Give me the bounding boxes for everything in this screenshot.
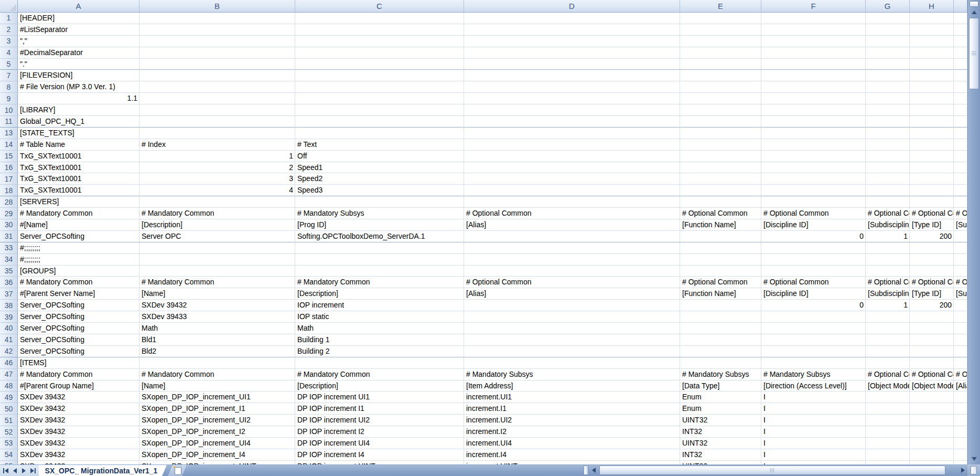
row-number[interactable]: 40 — [0, 323, 18, 334]
cell[interactable] — [866, 196, 910, 208]
cell[interactable]: [Name] — [139, 288, 295, 300]
cell[interactable] — [910, 449, 954, 461]
cell[interactable] — [761, 346, 866, 357]
cell[interactable]: increment.I2 — [464, 426, 680, 438]
cell[interactable] — [761, 151, 866, 162]
cell[interactable]: # Optional Common — [464, 208, 680, 219]
cell[interactable] — [910, 70, 954, 81]
cell[interactable]: Building 1 — [295, 334, 464, 346]
cell[interactable] — [464, 196, 680, 208]
cell[interactable] — [910, 185, 954, 196]
cell[interactable] — [680, 357, 761, 369]
cell[interactable]: [STATE_TEXTS] — [18, 128, 139, 139]
cell[interactable]: [ITEMS] — [18, 357, 139, 369]
cell[interactable] — [464, 139, 680, 151]
cell[interactable] — [295, 116, 464, 128]
cell[interactable] — [295, 70, 464, 81]
cell[interactable]: increment.I4 — [464, 449, 680, 461]
cell[interactable]: DP IOP increment I4 — [295, 449, 464, 461]
cell[interactable] — [910, 24, 954, 36]
cell[interactable]: SXopen_DP_IOP_increment_I1 — [139, 403, 295, 415]
cell[interactable] — [464, 47, 680, 59]
cell[interactable]: SXDev 39432 — [18, 461, 139, 464]
cell[interactable]: DP IOP increment UINT — [295, 461, 464, 464]
row-number[interactable]: 50 — [0, 403, 18, 415]
cell[interactable] — [139, 13, 295, 24]
cell[interactable]: # Mandatory Common — [139, 277, 295, 288]
cell[interactable] — [954, 70, 967, 81]
cell[interactable] — [761, 47, 866, 59]
cell[interactable]: Server_OPCSofting — [18, 334, 139, 346]
cell[interactable] — [761, 173, 866, 185]
cell[interactable] — [680, 162, 761, 174]
cell[interactable] — [295, 24, 464, 36]
cell[interactable]: # Optional Common — [910, 369, 954, 380]
cell[interactable] — [866, 334, 910, 346]
cell[interactable] — [464, 36, 680, 47]
cell[interactable]: # Table Name — [18, 139, 139, 151]
cell[interactable] — [761, 266, 866, 277]
cell[interactable] — [761, 196, 866, 208]
cell[interactable] — [464, 24, 680, 36]
cell[interactable]: # Mandatory Subsys — [680, 369, 761, 380]
cell[interactable] — [680, 81, 761, 93]
next-sheet-button[interactable] — [21, 465, 26, 476]
cell[interactable] — [954, 403, 967, 415]
cell[interactable] — [295, 357, 464, 369]
cell[interactable] — [910, 242, 954, 254]
cell[interactable]: TxG_SXText10001 — [18, 173, 139, 185]
cell[interactable]: [Object Model — [866, 380, 910, 392]
cell[interactable] — [680, 93, 761, 104]
cell[interactable] — [866, 254, 910, 266]
cell[interactable] — [761, 139, 866, 151]
cell[interactable] — [680, 254, 761, 266]
vertical-scroll-thumb[interactable] — [969, 18, 979, 89]
cell[interactable]: 1 — [866, 300, 910, 311]
cell[interactable] — [295, 266, 464, 277]
cell[interactable]: [Sub — [954, 219, 967, 231]
cell[interactable]: IOP static — [295, 311, 464, 323]
cell[interactable] — [910, 116, 954, 128]
cell[interactable]: [Discipline ID] — [761, 219, 866, 231]
row-number[interactable]: 2 — [0, 24, 18, 36]
cell[interactable] — [139, 116, 295, 128]
cell[interactable] — [295, 36, 464, 47]
column-header-i[interactable] — [954, 0, 967, 13]
cell[interactable] — [866, 357, 910, 369]
cell[interactable]: [LIBRARY] — [18, 104, 139, 116]
cell[interactable]: DP IOP increment UI1 — [295, 392, 464, 403]
row-number[interactable]: 48 — [0, 380, 18, 392]
cell[interactable]: # Optional Common — [761, 277, 866, 288]
cell[interactable]: SXDev 39433 — [139, 311, 295, 323]
cell[interactable]: Softing.OPCToolboxDemo_ServerDA.1 — [295, 231, 464, 242]
cell[interactable] — [954, 116, 967, 128]
cell[interactable] — [761, 162, 866, 174]
cell[interactable]: Enum — [680, 392, 761, 403]
cell[interactable] — [910, 403, 954, 415]
cell[interactable] — [464, 59, 680, 70]
cell[interactable] — [954, 392, 967, 403]
cell[interactable]: # Optional Common — [910, 208, 954, 219]
cell[interactable] — [139, 81, 295, 93]
cell[interactable]: INT32 — [680, 426, 761, 438]
cell[interactable]: #[Parent Server Name] — [18, 288, 139, 300]
cell[interactable] — [954, 185, 967, 196]
cell[interactable] — [139, 104, 295, 116]
cell[interactable] — [954, 36, 967, 47]
cell[interactable]: 200 — [910, 231, 954, 242]
first-sheet-button[interactable] — [3, 465, 9, 476]
cell[interactable] — [866, 93, 910, 104]
vertical-split-handle[interactable] — [970, 1, 978, 7]
cell[interactable]: # Index — [139, 139, 295, 151]
cell[interactable] — [464, 323, 680, 334]
cell[interactable]: #DecimalSeparator — [18, 47, 139, 59]
cell[interactable]: Speed1 — [295, 162, 464, 174]
cell[interactable]: I — [761, 415, 866, 426]
cell[interactable]: 200 — [910, 300, 954, 311]
scroll-right-button[interactable] — [958, 464, 967, 476]
row-number[interactable]: 54 — [0, 449, 18, 461]
cell[interactable] — [954, 449, 967, 461]
cell[interactable]: UINT32 — [680, 415, 761, 426]
cell[interactable] — [295, 128, 464, 139]
row-number[interactable]: 53 — [0, 438, 18, 449]
